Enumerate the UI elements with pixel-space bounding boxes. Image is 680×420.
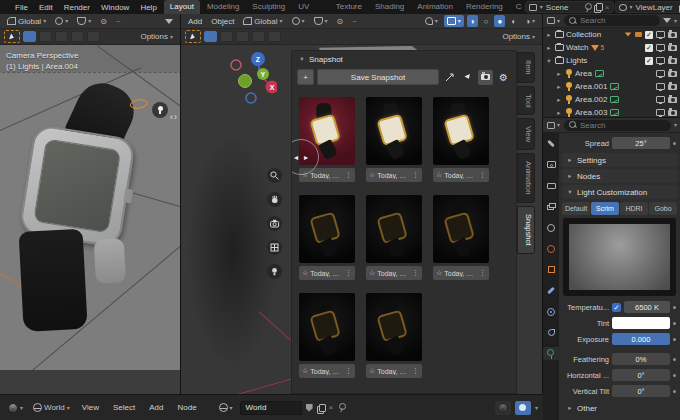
filter-dropdown-icon[interactable]: ▾ xyxy=(674,18,677,24)
axis-x-negative[interactable] xyxy=(231,60,241,70)
overlay-dropdown-icon[interactable]: ▾ xyxy=(535,405,538,411)
menu-select[interactable]: Select xyxy=(108,403,140,412)
active-tool-select[interactable] xyxy=(4,30,20,43)
disable-render-icon[interactable] xyxy=(668,58,677,64)
xray-toggle[interactable]: ▾ xyxy=(444,15,464,27)
expand-icon[interactable]: ▸ xyxy=(545,31,553,39)
collapse-icon[interactable]: ▾ xyxy=(545,57,553,65)
kebab-menu-icon[interactable]: ⋮ xyxy=(479,269,486,277)
menu-add[interactable]: Add xyxy=(185,17,205,26)
hide-viewport-icon[interactable] xyxy=(656,57,665,64)
unlink-scene-icon[interactable]: × xyxy=(605,3,610,12)
pin-icon[interactable] xyxy=(583,3,591,12)
shading-solid[interactable]: ● xyxy=(494,15,505,27)
screen-link-icon[interactable] xyxy=(610,83,619,90)
disable-render-icon[interactable] xyxy=(668,71,677,77)
viewport-left[interactable]: Global▾ ▾ ▾ ⊙ ~ Options▾ xyxy=(0,14,181,394)
expand-icon[interactable]: ▸ xyxy=(555,96,563,104)
snapshot-thumbnail[interactable]: ☆Today, 10:...⋮ xyxy=(299,293,355,378)
properties-options-icon[interactable]: ▾ xyxy=(674,122,677,128)
zoom-icon[interactable] xyxy=(267,168,282,183)
shading-rendered[interactable]: ◑▾ xyxy=(522,15,538,27)
select-mode-tweak[interactable] xyxy=(204,31,217,42)
snapshot-thumbnail[interactable]: ☆Today, 10:...⋮ xyxy=(433,195,489,280)
holdout-icon[interactable] xyxy=(635,32,642,37)
workspace-tab-texture-paint[interactable]: Texture Paint xyxy=(330,0,368,14)
menu-file[interactable]: File xyxy=(10,3,33,12)
menu-object[interactable]: Object xyxy=(208,17,237,26)
spread-value-slider[interactable]: 25° xyxy=(612,137,670,149)
viewport-left-canvas[interactable]: Camera Perspective (1) Lights | Area.004… xyxy=(0,46,180,394)
tab-item[interactable]: Item xyxy=(517,52,535,83)
tab-output-icon[interactable] xyxy=(543,179,559,192)
display-mode-dropdown[interactable]: ▾ xyxy=(546,15,561,27)
select-mode-lasso[interactable] xyxy=(71,31,84,42)
shading-material[interactable]: ◐ xyxy=(508,15,519,27)
section-light-customization[interactable]: ▾ Light Customization xyxy=(562,185,677,199)
expand-icon[interactable]: ▸ xyxy=(545,44,553,52)
hide-viewport-icon[interactable] xyxy=(656,44,665,51)
disable-render-icon[interactable] xyxy=(668,97,677,103)
star-icon[interactable]: ☆ xyxy=(369,171,375,179)
scene-selector[interactable]: ▾ Scene × xyxy=(525,1,614,13)
viewlayer-checkbox[interactable]: ✓ xyxy=(645,57,653,65)
menu-render[interactable]: Render xyxy=(59,3,95,12)
select-mode-tweak[interactable] xyxy=(23,31,36,42)
menu-add[interactable]: Add xyxy=(144,403,168,412)
outliner-row-area-002[interactable]: ▸ Area.002 xyxy=(543,93,680,106)
snapshot-thumbnail[interactable]: ☆Today, 10:...⋮ xyxy=(366,293,422,378)
light-toggle-icon[interactable] xyxy=(267,264,282,279)
keyframe-dot[interactable] xyxy=(673,390,676,393)
orientation-dropdown[interactable]: Global▾ xyxy=(4,15,49,27)
viewlayer-checkbox[interactable]: ✓ xyxy=(645,31,653,39)
falloff-curve-icon[interactable]: ~ xyxy=(113,15,124,27)
tab-animation[interactable]: Animation xyxy=(517,153,535,202)
proportional-editing-toggle[interactable]: ⊙ xyxy=(334,15,347,27)
temperature-checkbox[interactable]: ✓ xyxy=(612,303,621,312)
feathering-value[interactable]: 0% xyxy=(612,353,670,365)
star-icon[interactable]: ☆ xyxy=(369,269,375,277)
pan-hand-icon[interactable] xyxy=(267,192,282,207)
select-mode-paint[interactable] xyxy=(268,31,281,42)
workspace-tab-rendering[interactable]: Rendering xyxy=(460,0,509,14)
outliner-row-area-001[interactable]: ▸ Area.001 xyxy=(543,80,680,93)
filter-icon[interactable] xyxy=(162,15,176,27)
select-mode-circle[interactable] xyxy=(236,31,249,42)
light-object-icon[interactable] xyxy=(152,102,168,118)
menu-node[interactable]: Node xyxy=(172,403,201,412)
viewlayer-checkbox[interactable]: ✓ xyxy=(645,44,653,52)
tab-constraints-icon[interactable] xyxy=(543,326,559,339)
kebab-menu-icon[interactable]: ⋮ xyxy=(345,367,352,375)
kebab-menu-icon[interactable]: ⋮ xyxy=(479,171,486,179)
screen-link-icon[interactable] xyxy=(610,96,619,103)
properties-search-input[interactable]: Search xyxy=(564,120,671,131)
hide-viewport-icon[interactable] xyxy=(656,109,665,116)
axis-y-negative[interactable] xyxy=(239,75,252,88)
star-icon[interactable]: ☆ xyxy=(436,171,442,179)
magnet-snap-toggle[interactable]: ▾ xyxy=(311,15,331,27)
tab-tool[interactable]: Tool xyxy=(517,86,535,116)
new-datablock-icon[interactable] xyxy=(317,404,325,412)
navigation-gizmo[interactable]: Z Y X xyxy=(227,50,277,108)
save-snapshot-button[interactable]: Save Snapshot xyxy=(317,69,439,85)
tab-object-icon[interactable] xyxy=(543,263,559,276)
horizontal-value[interactable]: 0° xyxy=(612,369,670,381)
fake-user-icon[interactable] xyxy=(306,404,313,412)
select-mode-lasso[interactable] xyxy=(252,31,265,42)
workspace-tab-shading[interactable]: Shading xyxy=(369,0,410,14)
exposure-slider[interactable]: 0.000 xyxy=(612,333,670,345)
vertical-tilt-value[interactable]: 0° xyxy=(612,385,670,397)
visibility-dropdown[interactable]: ▾ xyxy=(422,15,441,27)
gear-icon[interactable]: ⚙ xyxy=(496,70,511,85)
snapshot-thumbnail[interactable]: ☆Today, 10:...⋮ xyxy=(366,97,422,182)
workspace-tab-compositing[interactable]: Com... xyxy=(510,0,522,14)
axis-z-negative[interactable] xyxy=(246,93,256,103)
menu-edit[interactable]: Edit xyxy=(34,3,58,12)
new-scene-icon[interactable] xyxy=(594,3,602,11)
hide-viewport-icon[interactable] xyxy=(656,96,665,103)
mode-tab-gobo[interactable]: Gobo xyxy=(649,202,677,215)
properties-context-dropdown[interactable]: ▾ xyxy=(546,119,561,131)
outliner-row-area-003[interactable]: ▸ Area.003 xyxy=(543,106,680,118)
outliner-row-lights[interactable]: ▾ Lights ✓ xyxy=(543,54,680,67)
hide-viewport-icon[interactable] xyxy=(656,83,665,90)
